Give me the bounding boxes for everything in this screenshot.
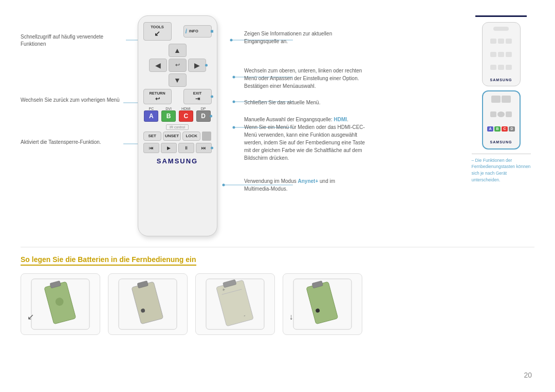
samsung-logo: SAMSUNG [143, 157, 212, 165]
section-title: So legen Sie die Batterien in die Fernbe… [21, 255, 196, 266]
annotation-nav: Wechseln zum oberen, unteren, linken ode… [244, 67, 362, 90]
annotation-hdmi: Manuelle Auswahl der Eingangsquelle: HDM… [244, 116, 373, 162]
media-prev-button[interactable]: ⏮ [143, 143, 159, 153]
info-button[interactable]: i INFO [183, 25, 212, 38]
page-number: 20 [524, 371, 532, 379]
unset-button[interactable]: UNSET [163, 132, 181, 141]
button-d[interactable]: D [196, 110, 211, 122]
svg-text:↓: ↓ [289, 312, 293, 321]
mini-remote-note: – Die Funktionen der Fernbedienungstaste… [472, 157, 531, 183]
annotation-info: Zeigen Sie Informationen zur aktuellen E… [244, 30, 362, 45]
annotation-anynet: Verwendung im Modus Anynet+ und im Multi… [244, 177, 362, 193]
mini-remote-highlighted: A B C D SAMSUNG [482, 90, 521, 150]
svg-text:↙: ↙ [27, 312, 34, 321]
annotation-wechseln: Wechseln Sie zurück zum vorherigen Menü [21, 97, 123, 104]
button-a[interactable]: A [144, 110, 158, 122]
right-annotations: Zeigen Sie Informationen zur aktuellen E… [226, 15, 468, 236]
battery-step-1: ↙ [21, 273, 100, 335]
battery-images: ↙ [21, 273, 534, 335]
battery-step-4: ↓ [283, 273, 362, 335]
lock-button[interactable]: LOCK [182, 132, 200, 141]
annotation-exit: Schließen Sie das aktuelle Menü. [244, 99, 362, 106]
nav-left-button[interactable]: ◀ [149, 59, 167, 72]
nav-up-button[interactable]: ▲ [169, 44, 187, 57]
mini-remote-faint: SAMSUNG [482, 22, 521, 86]
nav-down-button[interactable]: ▼ [169, 73, 187, 87]
remote-control: TOOLS ↙ i INFO ▲ [128, 15, 226, 236]
battery-step-3: + - [195, 273, 275, 335]
battery-step-2 [108, 273, 188, 335]
button-b[interactable]: B [161, 110, 176, 122]
media-play-button[interactable]: ▶ [161, 143, 177, 153]
media-pause-button[interactable]: ⏸ [178, 143, 194, 153]
button-c[interactable]: C [179, 110, 193, 122]
far-right-panel: SAMSUNG A B C D SAMSU [468, 15, 534, 236]
return-button[interactable]: RETURN ↩ [143, 89, 172, 104]
exit-button[interactable]: EXIT ⇥ [183, 89, 212, 104]
nav-enter-button[interactable]: ↩ [169, 59, 187, 72]
annotation-schnellzugriff: Schnellzugriff auf häufig verwendete Fun… [21, 33, 123, 48]
media-next-button[interactable]: ⏭ [196, 143, 212, 153]
tools-button[interactable]: TOOLS ↙ [143, 22, 172, 41]
annotation-tastensperre: Aktiviert die Tastensperre-Funktion. [21, 139, 123, 146]
set-button[interactable]: SET [143, 132, 161, 141]
battery-section: So legen Sie die Batterien in die Fernbe… [21, 247, 534, 335]
nav-right-button[interactable]: ▶ [188, 59, 206, 72]
